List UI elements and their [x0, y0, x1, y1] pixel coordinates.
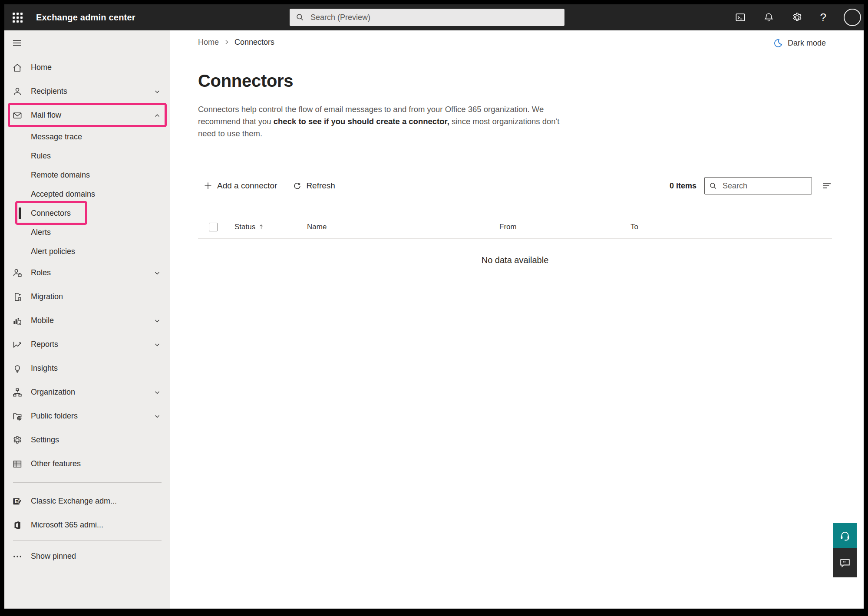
- select-all-checkbox[interactable]: [209, 223, 218, 231]
- sidebar-item-message-trace[interactable]: Message trace: [4, 127, 170, 146]
- sidebar-nav: Home Recipients Mail flow: [4, 30, 170, 609]
- list-toolbar: Add a connector Refresh 0 items: [198, 173, 832, 198]
- feedback-button[interactable]: [833, 548, 857, 577]
- app-launcher-icon[interactable]: [12, 12, 23, 23]
- dark-mode-toggle[interactable]: Dark mode: [773, 38, 826, 48]
- sidebar-item-label: Mail flow: [31, 111, 61, 120]
- sidebar-item-show-pinned[interactable]: Show pinned: [4, 544, 170, 568]
- sidebar-item-migration[interactable]: Migration: [4, 285, 170, 309]
- headset-icon: [839, 530, 851, 542]
- chevron-down-icon: [154, 341, 161, 348]
- sidebar-item-reports[interactable]: Reports: [4, 333, 170, 356]
- add-connector-label: Add a connector: [217, 181, 277, 191]
- line-chart-icon: [12, 339, 23, 350]
- sidebar-item-alerts[interactable]: Alerts: [4, 223, 170, 242]
- app-title: Exchange admin center: [36, 13, 135, 23]
- ellipsis-icon: [12, 551, 23, 562]
- feedback-bubble-icon: [839, 557, 851, 569]
- sidebar-item-label: Classic Exchange adm...: [31, 497, 117, 506]
- breadcrumb: Home Connectors: [198, 36, 274, 48]
- sidebar-item-label: Connectors: [31, 209, 71, 218]
- folder-globe-icon: [12, 411, 23, 422]
- sidebar-item-other-features[interactable]: Other features: [4, 452, 170, 476]
- chevron-down-icon: [154, 317, 161, 324]
- envelope-icon: [12, 110, 23, 121]
- sidebar-item-classic-exchange[interactable]: E Classic Exchange adm...: [4, 489, 170, 513]
- help-icon[interactable]: ?: [820, 12, 826, 23]
- gear-icon: [12, 435, 23, 445]
- description-line1: Connectors help control the flow of emai…: [198, 105, 544, 114]
- sidebar-item-mail-flow[interactable]: Mail flow: [4, 103, 170, 127]
- sidebar-item-public-folders[interactable]: Public folders: [4, 404, 170, 428]
- sidebar-item-label: Show pinned: [31, 552, 76, 561]
- refresh-button[interactable]: Refresh: [293, 181, 335, 191]
- sidebar-item-accepted-domains[interactable]: Accepted domains: [4, 184, 170, 204]
- sort-filter-button[interactable]: [822, 181, 832, 191]
- sidebar-item-label: Organization: [31, 388, 75, 397]
- migration-document-icon: [12, 292, 23, 302]
- cloud-shell-icon[interactable]: [735, 12, 746, 23]
- sidebar-item-label: Message trace: [31, 132, 82, 142]
- classic-exchange-logo-icon: E: [12, 496, 23, 507]
- gear-icon[interactable]: [792, 12, 803, 23]
- chevron-down-icon: [154, 413, 161, 420]
- global-search-input[interactable]: [310, 13, 558, 23]
- sidebar-item-label: Settings: [31, 435, 59, 445]
- topbar-icons: ?: [735, 4, 861, 30]
- org-chart-icon: [12, 387, 23, 398]
- column-header-to[interactable]: To: [630, 223, 638, 231]
- sidebar-item-remote-domains[interactable]: Remote domains: [4, 165, 170, 184]
- microsoft-365-logo-icon: [12, 520, 23, 530]
- list-search-box[interactable]: [704, 177, 812, 194]
- selected-indicator-bar: [19, 208, 21, 219]
- list-search-input[interactable]: [722, 181, 807, 191]
- sidebar-item-label: Home: [31, 63, 52, 72]
- items-count-badge: 0 items: [670, 181, 696, 191]
- sidebar-item-home[interactable]: Home: [4, 56, 170, 79]
- sidebar-item-label: Remote domains: [31, 171, 90, 180]
- dark-mode-label: Dark mode: [788, 39, 826, 48]
- main-layout: Home Recipients Mail flow: [4, 30, 864, 609]
- hamburger-menu-icon[interactable]: [12, 38, 22, 48]
- sidebar-item-organization[interactable]: Organization: [4, 380, 170, 404]
- refresh-icon: [293, 181, 302, 191]
- column-header-status[interactable]: Status: [234, 223, 264, 231]
- sidebar-item-insights[interactable]: Insights: [4, 356, 170, 380]
- breadcrumb-home-link[interactable]: Home: [198, 38, 219, 47]
- chevron-down-icon: [154, 88, 161, 95]
- content-area: Home Connectors Dark mode Connectors Con…: [170, 30, 864, 609]
- mobile-devices-icon: [12, 316, 23, 326]
- sidebar-item-roles[interactable]: Roles: [4, 261, 170, 285]
- sidebar-item-recipients[interactable]: Recipients: [4, 79, 170, 103]
- sidebar-item-mobile[interactable]: Mobile: [4, 309, 170, 333]
- sidebar-item-rules[interactable]: Rules: [4, 146, 170, 165]
- sidebar-item-m365-admin[interactable]: Microsoft 365 admi...: [4, 513, 170, 537]
- search-icon: [296, 13, 304, 22]
- breadcrumb-current: Connectors: [234, 38, 274, 47]
- column-header-name[interactable]: Name: [307, 223, 327, 231]
- description-emphasis: check to see if you should create a conn…: [274, 117, 449, 126]
- sidebar-item-alert-policies[interactable]: Alert policies: [4, 242, 170, 261]
- toolbar-right-group: 0 items: [670, 177, 832, 194]
- exchange-admin-center-window: Exchange admin center: [4, 4, 864, 609]
- chevron-up-icon: [154, 112, 161, 119]
- sidebar-item-label: Public folders: [31, 412, 78, 421]
- refresh-label: Refresh: [306, 181, 335, 191]
- person-roles-icon: [12, 268, 23, 278]
- account-avatar[interactable]: [844, 9, 861, 26]
- page-title: Connectors: [198, 71, 293, 91]
- sidebar-item-settings[interactable]: Settings: [4, 428, 170, 452]
- global-search-box[interactable]: [290, 9, 564, 26]
- add-connector-button[interactable]: Add a connector: [203, 181, 277, 191]
- sidebar-item-label: Reports: [31, 340, 58, 349]
- sidebar-item-label: Migration: [31, 292, 63, 301]
- description-line2-post: since most organizations don't: [449, 117, 559, 126]
- sidebar-item-connectors[interactable]: Connectors: [4, 204, 170, 223]
- sidebar-item-label: Roles: [31, 268, 51, 277]
- sort-ascending-arrow-icon: [258, 224, 264, 230]
- sidebar-item-label: Microsoft 365 admi...: [31, 520, 103, 530]
- column-header-from[interactable]: From: [499, 223, 517, 231]
- support-button[interactable]: [833, 523, 857, 548]
- notifications-bell-icon[interactable]: [763, 12, 774, 23]
- breadcrumb-chevron-icon: [224, 39, 230, 45]
